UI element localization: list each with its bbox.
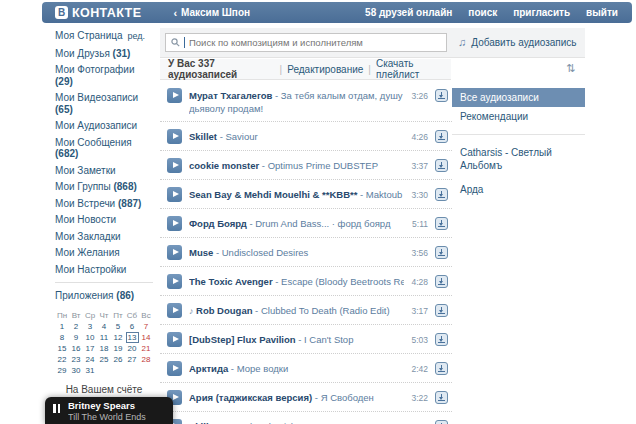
sidebar-item-link[interactable]: Мои Фотографии (29) xyxy=(55,64,135,87)
calendar-cell: 15 xyxy=(55,343,69,354)
track-row[interactable]: Skillet - Saviour4:26 xyxy=(160,122,452,151)
calendar-day[interactable]: 27 xyxy=(127,355,138,364)
sidebar-item-link[interactable]: Мои Заметки xyxy=(55,165,116,176)
calendar-day[interactable]: 19 xyxy=(113,344,124,353)
download-icon[interactable] xyxy=(435,391,448,404)
track-row[interactable]: Muse - Undisclosed Desires3:56 xyxy=(160,238,452,267)
sidebar-item-link[interactable]: Мои Сообщения (682) xyxy=(55,137,132,160)
calendar-day[interactable]: 10 xyxy=(85,333,96,342)
download-icon[interactable] xyxy=(435,304,448,317)
play-button[interactable] xyxy=(167,245,182,260)
track-row[interactable]: The Toxic Avenger - Escape (Bloody Beetr… xyxy=(160,267,452,296)
calendar-day[interactable]: 4 xyxy=(99,322,110,331)
pause-icon[interactable] xyxy=(53,404,60,413)
play-button[interactable] xyxy=(167,129,182,144)
calendar-day[interactable]: 2 xyxy=(71,322,82,331)
calendar-day[interactable]: 21 xyxy=(141,344,152,353)
sidebar-item-link[interactable]: Мои Закладки xyxy=(55,231,121,242)
header-nav-link[interactable]: выйти xyxy=(586,7,618,18)
calendar-day[interactable]: 18 xyxy=(99,344,110,353)
sidebar-item-link[interactable]: Мои Встречи (887) xyxy=(55,198,141,209)
calendar-day[interactable]: 13 xyxy=(127,333,138,342)
header-nav-link[interactable]: 58 друзей онлайн xyxy=(365,7,452,18)
edit-link[interactable]: Редактирование xyxy=(287,64,363,75)
download-icon[interactable] xyxy=(435,333,448,346)
calendar-day[interactable]: 11 xyxy=(99,333,110,342)
sidebar-item-link[interactable]: Мои Аудиозаписи xyxy=(55,120,137,131)
calendar-day[interactable]: 24 xyxy=(85,355,96,364)
play-button[interactable] xyxy=(167,187,182,202)
download-playlist-link[interactable]: Скачать плейлист xyxy=(376,58,451,80)
calendar-day[interactable]: 25 xyxy=(99,355,110,364)
calendar-day[interactable]: 28 xyxy=(141,355,152,364)
download-icon[interactable] xyxy=(435,217,448,230)
download-icon[interactable] xyxy=(435,159,448,172)
audio-menu-item[interactable]: Все аудиозаписи xyxy=(452,88,585,107)
sidebar-edit-link[interactable]: ред. xyxy=(128,31,146,41)
download-icon[interactable] xyxy=(435,362,448,375)
calendar-day[interactable]: 31 xyxy=(85,366,96,375)
calendar-day[interactable]: 23 xyxy=(71,355,82,364)
mini-player[interactable]: Britney Spears Till The World Ends xyxy=(45,397,173,424)
sidebar-item-link[interactable]: Моя Страница xyxy=(55,30,123,41)
sidebar-item-link[interactable]: Мои Новости xyxy=(55,214,116,225)
calendar-day[interactable]: 26 xyxy=(113,355,124,364)
play-button[interactable] xyxy=(167,303,182,318)
audio-search-box[interactable] xyxy=(165,33,447,52)
playlist-link[interactable]: Арда xyxy=(452,180,585,199)
track-row[interactable]: [DubStep] Flux Pavilion - I Can't Stop5:… xyxy=(160,325,452,354)
calendar-day[interactable]: 1 xyxy=(57,322,68,331)
calendar-day[interactable]: 17 xyxy=(85,344,96,353)
vk-logo[interactable]: В КОНТАКТЕ xyxy=(55,6,141,20)
sidebar-item-link[interactable]: Мои Желания xyxy=(55,247,120,258)
sort-icon[interactable]: ⇅ xyxy=(566,62,575,75)
search-input[interactable] xyxy=(189,37,441,48)
download-icon[interactable] xyxy=(435,89,448,102)
calendar-day[interactable]: 9 xyxy=(71,333,82,342)
calendar-day[interactable]: 5 xyxy=(113,322,124,331)
sidebar-item-link[interactable]: Мои Друзья (31) xyxy=(55,48,130,59)
calendar-day[interactable]: 22 xyxy=(57,355,68,364)
track-row[interactable]: Skillet - Hero (Rock Mix)3:07 xyxy=(160,412,452,424)
track-row[interactable]: Мурат Тхагалегов - За тебя калым отдам, … xyxy=(160,81,452,122)
header-nav-link[interactable]: поиск xyxy=(468,7,497,18)
track-row[interactable]: cookie monster - Optimus Prime DUBSTEP3:… xyxy=(160,151,452,180)
play-button[interactable] xyxy=(167,88,182,103)
track-row[interactable]: Форд Боярд - Drum And Bass... · форд боя… xyxy=(160,209,452,238)
play-button[interactable] xyxy=(167,332,182,347)
sidebar-item-apps[interactable]: Приложения (86) xyxy=(55,290,134,301)
calendar-day[interactable]: 29 xyxy=(57,366,68,375)
audio-menu-item[interactable]: Рекомендации xyxy=(452,107,585,126)
play-button[interactable] xyxy=(167,216,182,231)
calendar-day[interactable]: 6 xyxy=(127,322,138,331)
calendar-day[interactable]: 8 xyxy=(57,333,68,342)
calendar-day[interactable]: 7 xyxy=(141,322,152,331)
track-row[interactable]: ♪ Rob Dougan - Clubbed To Death (Radio E… xyxy=(160,296,452,325)
play-button[interactable] xyxy=(167,274,182,289)
download-icon[interactable] xyxy=(435,188,448,201)
download-icon[interactable] xyxy=(435,420,448,424)
add-audio-button[interactable]: ♫ Добавить аудиозапись xyxy=(458,36,577,48)
playlist-link[interactable]: Catharsis - Светлый Альбомъ xyxy=(452,143,585,175)
track-row[interactable]: Sean Bay & Mehdi Mouelhi & **KBB** - Mak… xyxy=(160,180,452,209)
calendar-day[interactable]: 12 xyxy=(113,333,124,342)
calendar-day[interactable]: 15 xyxy=(57,344,68,353)
track-duration: 3:37 xyxy=(411,158,428,171)
download-icon[interactable] xyxy=(435,130,448,143)
track-row[interactable]: Ария (таджикская версия) - Я Свободен3:2… xyxy=(160,383,452,412)
sidebar-item-link[interactable]: Мои Настройки xyxy=(55,264,126,275)
calendar-day[interactable]: 3 xyxy=(85,322,96,331)
calendar-day[interactable]: 16 xyxy=(71,344,82,353)
header-nav-link[interactable]: пригласить xyxy=(513,7,570,18)
calendar-day[interactable]: 20 xyxy=(127,344,138,353)
sidebar-item-link[interactable]: Мои Группы (868) xyxy=(55,181,137,192)
play-button[interactable] xyxy=(167,158,182,173)
calendar-day[interactable]: 14 xyxy=(141,333,152,342)
download-icon[interactable] xyxy=(435,275,448,288)
track-row[interactable]: Арктида - Море водки2:42 xyxy=(160,354,452,383)
play-button[interactable] xyxy=(167,361,182,376)
sidebar-item-link[interactable]: Мои Видеозаписи (65) xyxy=(55,92,138,115)
calendar-day[interactable]: 30 xyxy=(71,366,82,375)
header-user-link[interactable]: ‹ Максим Шпон xyxy=(173,7,250,18)
download-icon[interactable] xyxy=(435,246,448,259)
